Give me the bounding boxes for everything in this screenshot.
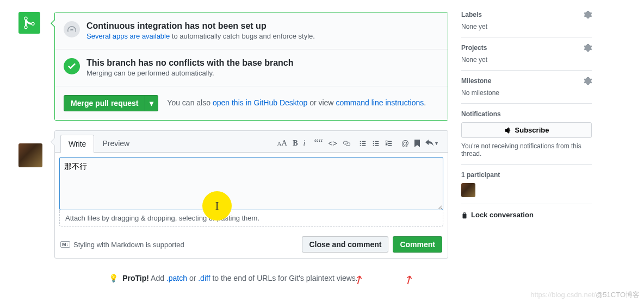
quote-icon[interactable]: ““: [314, 137, 323, 149]
tab-write[interactable]: Write: [60, 135, 94, 153]
reply-icon[interactable]: ▾: [425, 137, 438, 149]
notifications-block: Notifications Subscribe You're not recei…: [461, 104, 592, 165]
merge-pull-request-button[interactable]: Merge pull request: [64, 95, 145, 111]
bookmark-icon[interactable]: [414, 137, 420, 149]
lock-conversation-link[interactable]: Lock conversation: [461, 204, 592, 225]
user-avatar[interactable]: [18, 143, 42, 167]
text-size-icon[interactable]: AA: [277, 137, 287, 149]
gear-icon[interactable]: [584, 11, 592, 18]
lock-icon: [461, 211, 468, 219]
milestone-block: Milestone No milestone: [461, 71, 592, 104]
task-icon[interactable]: [385, 137, 393, 149]
gear-icon[interactable]: [584, 77, 592, 85]
merge-alt-prefix: You can also: [167, 98, 213, 107]
italic-icon[interactable]: i: [304, 137, 306, 149]
comment-tabnav: Write Preview AA B i ““ <>: [55, 131, 448, 153]
conflict-title: This branch has no conflicts with the ba…: [86, 58, 294, 68]
participants-block: 1 participant: [461, 165, 592, 204]
protip: 💡 ProTip! Add .patch or .diff to the end…: [18, 274, 448, 282]
open-desktop-link[interactable]: open this in GitHub Desktop: [213, 98, 307, 107]
close-and-comment-button[interactable]: Close and comment: [302, 236, 388, 253]
merge-alt-mid: or view: [307, 98, 336, 107]
gear-icon[interactable]: [584, 44, 592, 52]
conflict-section: This branch has no conflicts with the ba…: [55, 49, 448, 86]
merge-dropdown-button[interactable]: ▾: [145, 95, 158, 111]
ci-title: Continuous integration has not been set …: [86, 21, 315, 31]
speaker-icon: [504, 127, 512, 134]
projects-block: Projects None yet: [461, 37, 592, 71]
code-icon[interactable]: <>: [328, 137, 337, 149]
sidebar: Labels None yet Projects None yet Milest…: [461, 0, 592, 302]
conflict-text: Merging can be performed automatically.: [86, 69, 294, 77]
projects-value: None yet: [461, 56, 592, 64]
ol-icon[interactable]: [372, 137, 380, 149]
markdown-icon: M↓: [60, 241, 70, 248]
labels-block: Labels None yet: [461, 4, 592, 37]
comment-textarea[interactable]: [59, 157, 443, 210]
cursor-highlight: I: [202, 191, 232, 221]
ci-apps-link[interactable]: Several apps are available: [86, 32, 170, 40]
subscribe-button[interactable]: Subscribe: [461, 122, 592, 138]
labels-heading[interactable]: Labels: [461, 11, 592, 18]
participant-avatar[interactable]: [461, 183, 475, 197]
watermark: https://blog.csdn.net/@51CTO博客: [530, 290, 640, 300]
bulb-icon: 💡: [109, 274, 118, 282]
ci-section: Continuous integration has not been set …: [55, 12, 448, 49]
link-icon[interactable]: [343, 137, 350, 149]
milestone-heading[interactable]: Milestone: [461, 77, 592, 85]
md-toolbar: AA B i ““ <> @: [277, 137, 442, 149]
notification-note: You're not receiving notifications from …: [461, 142, 592, 158]
tab-preview[interactable]: Preview: [94, 134, 138, 152]
patch-link[interactable]: .patch: [166, 274, 187, 282]
merge-status-box: Continuous integration has not been set …: [54, 12, 448, 121]
merge-icon: [18, 12, 40, 34]
markdown-hint[interactable]: M↓ Styling with Markdown is supported: [60, 241, 184, 249]
ci-text: to automatically catch bugs and enforce …: [170, 32, 315, 40]
labels-value: None yet: [461, 23, 592, 30]
cli-instructions-link[interactable]: command line instructions: [336, 98, 424, 107]
participants-heading: 1 participant: [461, 171, 592, 179]
milestone-value: No milestone: [461, 89, 592, 97]
notifications-heading: Notifications: [461, 110, 592, 118]
mention-icon[interactable]: @: [401, 137, 409, 149]
comment-box: Write Preview AA B i ““ <>: [54, 130, 448, 259]
projects-heading[interactable]: Projects: [461, 44, 592, 52]
diff-link[interactable]: .diff: [198, 274, 210, 282]
attach-hint[interactable]: Attach files by dragging & dropping, sel…: [59, 210, 443, 226]
bold-icon[interactable]: B: [293, 137, 298, 149]
ul-icon[interactable]: [359, 137, 367, 149]
check-icon: [64, 58, 80, 74]
merge-actions: Merge pull request▾ You can also open th…: [55, 86, 448, 120]
ci-gauge-icon: [64, 21, 80, 37]
comment-button[interactable]: Comment: [393, 236, 442, 253]
